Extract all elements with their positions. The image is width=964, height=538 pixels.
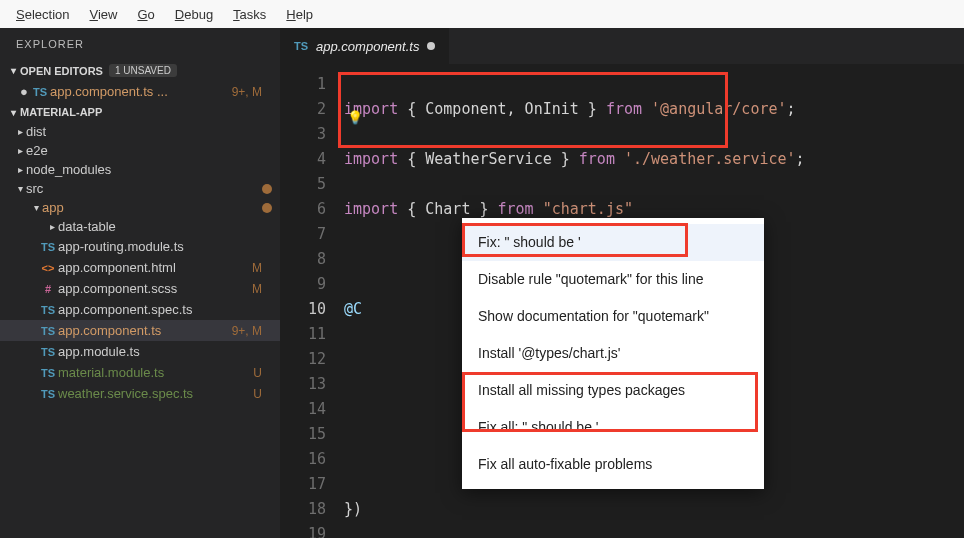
chevron-right-icon: ▸ (14, 126, 26, 137)
chevron-right-icon: ▸ (14, 145, 26, 156)
file-type-icon: # (38, 283, 58, 295)
chevron-down-icon: ▾ (30, 202, 42, 213)
chevron-down-icon: ▾ (6, 65, 20, 76)
file-app-component-spec-ts[interactable]: TSapp.component.spec.ts (0, 299, 280, 320)
file-name: app-routing.module.ts (58, 239, 262, 254)
file-name: app.component.scss (58, 281, 252, 296)
file-app-component-ts[interactable]: TSapp.component.ts9+, M (0, 320, 280, 341)
file-status: M (252, 261, 272, 275)
chevron-down-icon: ▾ (14, 183, 26, 194)
explorer-title: EXPLORER (0, 28, 280, 60)
file-type-icon: TS (38, 346, 58, 358)
chevron-right-icon: ▸ (46, 221, 58, 232)
file-app-component-scss[interactable]: #app.component.scssM (0, 278, 280, 299)
menu-selection[interactable]: SSelectionelection (6, 3, 79, 26)
file-name: app.component.ts (58, 323, 232, 338)
line-gutter: 12345678910111213141516171819 (280, 72, 344, 538)
file-name: app.component.html (58, 260, 252, 275)
file-app-routing-module-ts[interactable]: TSapp-routing.module.ts (0, 236, 280, 257)
quickfix-item[interactable]: Disable rule "quotemark" for this line (462, 261, 764, 298)
open-editor-item[interactable]: ● TS app.component.ts ... 9+, M (0, 81, 280, 102)
file-status: U (253, 366, 272, 380)
open-editor-name: app.component.ts ... (50, 84, 232, 99)
file-type-icon: <> (38, 262, 58, 274)
open-editors-label: OPEN EDITORS (20, 65, 103, 77)
file-name: app.module.ts (58, 344, 262, 359)
dirty-dot-icon: ● (18, 84, 30, 99)
menu-tasks[interactable]: Tasks (223, 3, 276, 26)
folder-app[interactable]: ▾app (0, 198, 280, 217)
project-name: MATERIAL-APP (20, 106, 102, 118)
menu-view[interactable]: View (79, 3, 127, 26)
menu-go[interactable]: Go (127, 3, 164, 26)
open-editors-header[interactable]: ▾ OPEN EDITORS 1 UNSAVED (0, 60, 280, 81)
quickfix-item[interactable]: Show documentation for "quotemark" (462, 298, 764, 335)
code-content[interactable]: import { Component, OnInit } from '@angu… (344, 72, 964, 538)
file-name: weather.service.spec.ts (58, 386, 253, 401)
quickfix-item[interactable]: Fix all auto-fixable problems (462, 446, 764, 483)
folder-src[interactable]: ▾src (0, 179, 280, 198)
unsaved-badge: 1 UNSAVED (109, 64, 177, 77)
tab-bar: TS app.component.ts (280, 28, 964, 64)
modified-dot-icon (262, 203, 272, 213)
tab-app-component[interactable]: TS app.component.ts (280, 28, 449, 64)
ts-icon: TS (294, 40, 308, 52)
file-app-component-html[interactable]: <>app.component.htmlM (0, 257, 280, 278)
menu-bar: SSelectionelection View Go Debug Tasks H… (0, 0, 964, 28)
tab-title: app.component.ts (316, 39, 419, 54)
folder-dist[interactable]: ▸dist (0, 122, 280, 141)
open-editor-status: 9+, M (232, 85, 272, 99)
ts-icon: TS (30, 86, 50, 98)
quickfix-item[interactable]: Install '@types/chart.js' (462, 335, 764, 372)
file-status: 9+, M (232, 324, 272, 338)
folder-data-table[interactable]: ▸data-table (0, 217, 280, 236)
modified-dot-icon (262, 184, 272, 194)
file-type-icon: TS (38, 304, 58, 316)
project-header[interactable]: ▾ MATERIAL-APP (0, 102, 280, 122)
chevron-down-icon: ▾ (6, 107, 20, 118)
quickfix-item[interactable]: Fix: " should be ' (462, 224, 764, 261)
file-app-module-ts[interactable]: TSapp.module.ts (0, 341, 280, 362)
quickfix-popup: Fix: " should be 'Disable rule "quotemar… (462, 218, 764, 489)
explorer-sidebar: EXPLORER ▾ OPEN EDITORS 1 UNSAVED ● TS a… (0, 28, 280, 538)
menu-debug[interactable]: Debug (165, 3, 223, 26)
file-name: material.module.ts (58, 365, 253, 380)
folder-e2e[interactable]: ▸e2e (0, 141, 280, 160)
code-editor[interactable]: 12345678910111213141516171819 import { C… (280, 64, 964, 538)
file-type-icon: TS (38, 388, 58, 400)
file-material-module-ts[interactable]: TSmaterial.module.tsU (0, 362, 280, 383)
folder-node-modules[interactable]: ▸node_modules (0, 160, 280, 179)
quickfix-item[interactable]: Install all missing types packages (462, 372, 764, 409)
lightbulb-icon[interactable]: 💡 (347, 105, 363, 130)
file-type-icon: TS (38, 241, 58, 253)
chevron-right-icon: ▸ (14, 164, 26, 175)
editor-pane: TS app.component.ts 12345678910111213141… (280, 28, 964, 538)
file-name: app.component.spec.ts (58, 302, 262, 317)
file-type-icon: TS (38, 367, 58, 379)
file-weather-service-spec-ts[interactable]: TSweather.service.spec.tsU (0, 383, 280, 404)
file-status: M (252, 282, 272, 296)
dirty-dot-icon (427, 42, 435, 50)
file-status: U (253, 387, 272, 401)
file-type-icon: TS (38, 325, 58, 337)
menu-help[interactable]: Help (276, 3, 323, 26)
quickfix-item[interactable]: Fix all: " should be ' (462, 409, 764, 446)
